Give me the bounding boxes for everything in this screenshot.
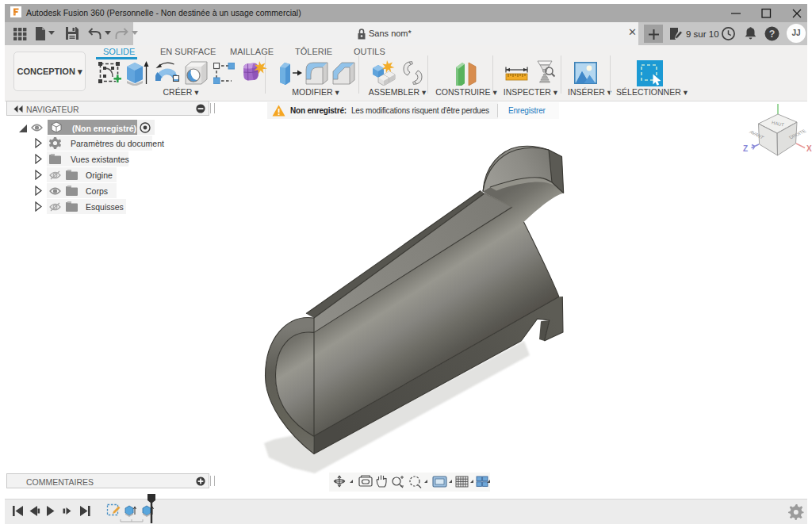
svg-text:?: ? — [769, 29, 776, 40]
svg-text:Z: Z — [743, 144, 748, 153]
svg-text:X: X — [806, 144, 812, 153]
